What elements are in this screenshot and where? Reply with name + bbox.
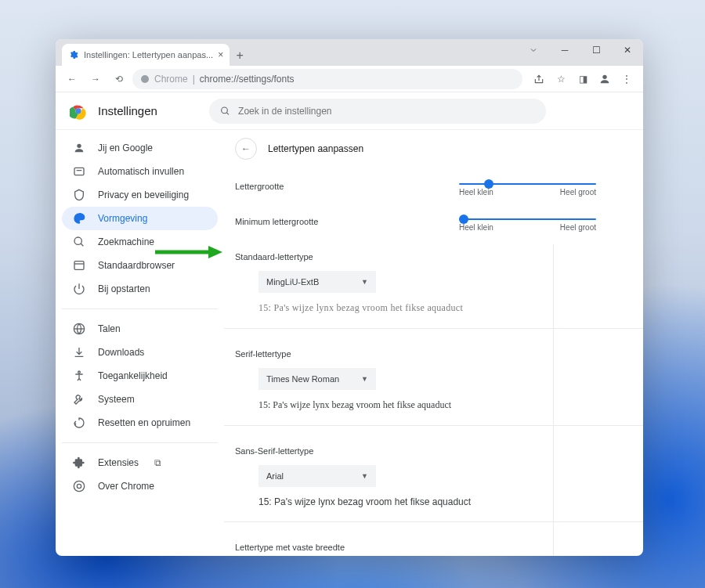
svg-point-9 [74,237,81,244]
sidebar-item-privacy[interactable]: Privacy en beveiliging [62,183,218,207]
address-bar[interactable]: Chrome | chrome://settings/fonts [132,69,522,89]
external-link-icon: ⧉ [154,457,161,468]
sidebar-item-search[interactable]: Zoekmachine [62,230,218,254]
chrome-logo-icon [70,103,87,120]
page-title: Instellingen [98,104,157,117]
window-minimize-icon[interactable]: ─ [549,39,580,61]
browser-tab[interactable]: Instellingen: Lettertypen aanpas... × [62,44,230,66]
sidebar-item-startup[interactable]: Bij opstarten [62,277,218,301]
url-path: chrome://settings/fonts [200,74,295,85]
close-tab-icon[interactable]: × [218,49,223,60]
share-icon[interactable] [529,69,549,89]
sidebar-item-accessibility[interactable]: Toegankelijkheid [62,364,218,388]
font-size-slider[interactable]: Heel kleinHeel groot [459,179,596,197]
sidebar-item-appearance[interactable]: Vormgeving [62,207,218,230]
person-icon [73,142,85,154]
wrench-icon [73,393,85,406]
sidebar-item-languages[interactable]: Talen [62,317,218,341]
profile-icon[interactable] [595,69,615,89]
svg-point-3 [76,109,81,114]
browser-icon [73,259,85,272]
sidebar-item-about[interactable]: Over Chrome [62,474,218,498]
extension-icon [73,456,85,469]
accessibility-icon [73,370,85,382]
chrome-icon [73,480,85,492]
window-maximize-icon[interactable]: ☐ [580,39,612,61]
sidebar: Jij en Google Automatisch invullen Priva… [56,130,224,556]
search-icon [220,106,230,117]
svg-point-17 [77,484,81,488]
svg-point-16 [74,481,84,491]
power-icon [73,283,85,295]
shield-icon [73,189,85,201]
download-icon [73,346,85,359]
menu-icon[interactable]: ⋮ [616,69,637,89]
standard-font-dropdown[interactable]: MingLiU-ExtB▼ [258,271,376,293]
gear-icon [68,49,79,60]
settings-header: Instellingen [56,92,643,130]
serif-font-dropdown[interactable]: Times New Roman▼ [258,368,376,390]
chrome-window: Instellingen: Lettertypen aanpas... × + … [56,39,643,556]
svg-rect-11 [74,262,84,270]
sidebar-item-you-google[interactable]: Jij en Google [62,136,218,160]
serif-font-preview: 15: Pa's wijze lynx bezag vroom het fiks… [258,399,596,411]
svg-point-6 [77,144,81,148]
serif-font-title: Serif-lettertype [235,349,596,359]
svg-point-1 [602,74,606,78]
window-expand-icon[interactable] [518,39,549,61]
reload-button[interactable]: ⟲ [109,69,129,89]
sidebar-item-autofill[interactable]: Automatisch invullen [62,160,218,183]
tab-title: Instellingen: Lettertypen aanpas... [84,50,213,60]
sidebar-item-reset[interactable]: Resetten en opruimen [62,411,218,435]
min-font-size-slider[interactable]: Heel kleinHeel groot [459,214,596,232]
min-font-size-label: Minimum lettergrootte [235,214,318,226]
toolbar: ← → ⟲ Chrome | chrome://settings/fonts ☆… [56,66,643,92]
forward-button[interactable]: → [85,69,106,89]
sans-font-title: Sans-Serif-lettertype [235,446,596,456]
search-field[interactable] [238,106,535,117]
svg-line-5 [226,112,229,114]
restore-icon [73,417,85,429]
back-button[interactable]: ← [62,69,82,89]
sans-font-preview: 15: Pa's wijze lynx bezag vroom het fiks… [258,496,596,507]
window-close-icon[interactable]: ✕ [612,39,643,61]
chevron-down-icon: ▼ [361,472,368,480]
globe-icon [73,323,85,335]
search-input[interactable] [209,99,546,124]
panel-title: Lettertypen aanpassen [268,143,363,154]
svg-line-10 [81,243,83,246]
chevron-down-icon: ▼ [361,375,368,383]
font-size-label: Lettergrootte [235,179,284,191]
bookmark-icon[interactable]: ☆ [551,69,571,89]
sidebar-item-downloads[interactable]: Downloads [62,341,218,364]
url-scheme: Chrome [154,74,188,85]
settings-panel: ← Lettertypen aanpassen Lettergrootte He… [224,130,643,556]
palette-icon [73,212,85,225]
info-icon [140,74,150,84]
back-arrow-button[interactable]: ← [235,138,257,160]
svg-point-15 [78,371,81,373]
mono-font-title: Lettertype met vaste breedte [235,543,596,552]
new-tab-button[interactable]: + [230,45,250,66]
titlebar: Instellingen: Lettertypen aanpas... × + … [56,39,643,66]
search-icon [73,236,85,248]
sidebar-item-system[interactable]: Systeem [62,388,218,411]
autofill-icon [73,165,85,178]
svg-point-4 [222,107,228,114]
chevron-down-icon: ▼ [361,278,368,286]
standard-font-preview: 15: Pa's wijze lynx bezag vroom het fiks… [258,302,596,314]
svg-point-0 [141,75,149,83]
standard-font-title: Standaard-lettertype [235,252,596,262]
sidebar-item-extensions[interactable]: Extensies⧉ [62,451,218,474]
sidebar-item-default-browser[interactable]: Standaardbrowser [62,254,218,277]
svg-rect-7 [74,168,84,175]
panel-icon[interactable]: ◨ [573,69,593,89]
sans-font-dropdown[interactable]: Arial▼ [258,465,376,487]
